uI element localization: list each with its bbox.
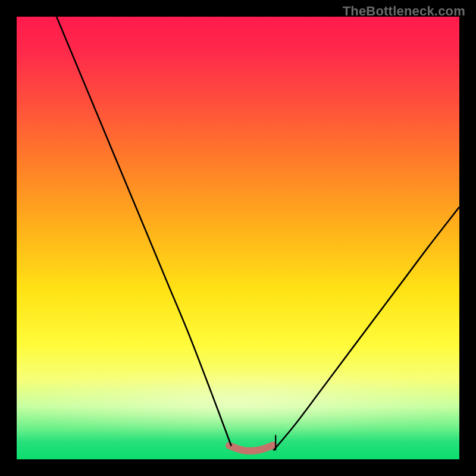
curve-right bbox=[274, 207, 460, 450]
trough-highlight bbox=[229, 445, 273, 451]
chart-stage: TheBottleneck.com bbox=[0, 0, 476, 476]
watermark-text: TheBottleneck.com bbox=[343, 4, 465, 19]
plot-svg bbox=[17, 17, 459, 459]
curve-left bbox=[57, 17, 231, 446]
plot-panel bbox=[17, 17, 459, 459]
